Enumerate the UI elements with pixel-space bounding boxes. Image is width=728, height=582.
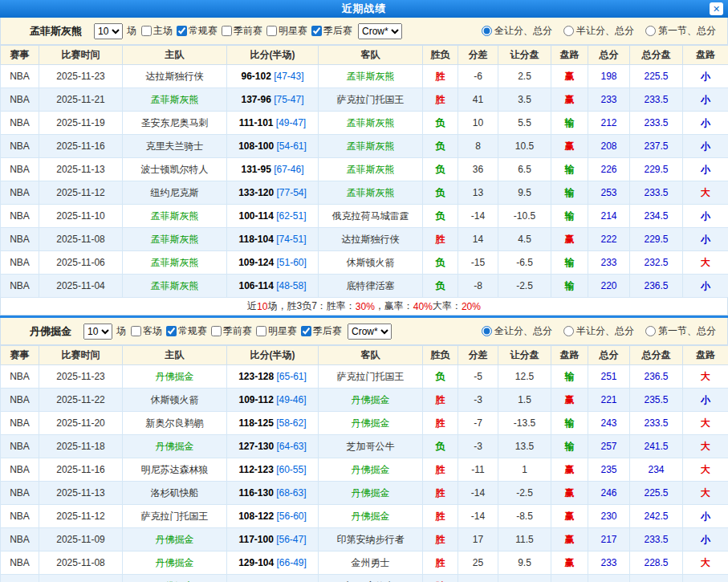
filter-checkbox-4[interactable]: 季后赛 bbox=[299, 324, 342, 338]
bookmaker-select[interactable]: Crow* bbox=[358, 23, 402, 39]
filter-bar: 丹佛掘金 10 场 客场常规赛季前赛明星赛季后赛 Crow* 全让分、总分半让分… bbox=[0, 318, 728, 345]
checkbox-input[interactable] bbox=[311, 26, 322, 36]
game-row: NBA2025-11-12纽约尼克斯133-120 [77-54]孟菲斯灰熊负1… bbox=[1, 181, 728, 205]
odds-scope-radio-2[interactable]: 第一节、总分 bbox=[645, 24, 716, 38]
half-score: [48-58] bbox=[274, 280, 307, 291]
table-header-row: 赛事比赛时间主队比分(半场)客队胜负分差让分盘盘路总分总分盘盘路 bbox=[1, 46, 728, 65]
checkbox-input[interactable] bbox=[177, 26, 187, 36]
full-score: 137-96 bbox=[241, 94, 270, 105]
radio-input[interactable] bbox=[645, 326, 656, 336]
filter-checkbox-1[interactable]: 常规赛 bbox=[174, 24, 218, 38]
dialog-title: 近期战绩 bbox=[342, 2, 387, 16]
summary-text: 40% bbox=[413, 301, 433, 312]
filter-checkbox-4[interactable]: 季后赛 bbox=[309, 24, 352, 38]
checkbox-input[interactable] bbox=[222, 26, 232, 36]
half-score: [75-47] bbox=[271, 94, 304, 105]
checkbox-label: 季前赛 bbox=[223, 324, 252, 338]
filter-checkbox-2[interactable]: 季前赛 bbox=[209, 324, 252, 338]
total-line-cell: 233.5 bbox=[630, 412, 683, 435]
checkbox-input[interactable] bbox=[166, 326, 177, 336]
date-cell: 2025-11-08 bbox=[39, 228, 123, 251]
over-under-cell: 大 bbox=[683, 458, 728, 482]
date-cell: 2025-11-13 bbox=[39, 158, 123, 181]
full-score: 117-100 bbox=[238, 534, 273, 545]
checkbox-input[interactable] bbox=[131, 326, 141, 336]
filter-checkbox-0[interactable]: 主场 bbox=[139, 24, 173, 38]
radio-input[interactable] bbox=[563, 26, 574, 36]
games-count-select[interactable]: 10 bbox=[83, 324, 112, 340]
odds-scope-radio-0[interactable]: 全让分、总分 bbox=[482, 24, 552, 38]
handicap-result-cell: 输 bbox=[551, 251, 588, 275]
score-cell: 106-114 [48-58] bbox=[227, 275, 319, 298]
radio-input[interactable] bbox=[482, 26, 492, 36]
point-diff-cell: 25 bbox=[458, 551, 498, 575]
date-cell: 2025-11-21 bbox=[39, 88, 123, 112]
away-team-cell: 俄克拉荷马城雷霆 bbox=[319, 205, 423, 228]
score-cell: 122-112 [68-60] bbox=[227, 575, 319, 582]
checkbox-input[interactable] bbox=[266, 26, 277, 36]
full-score: 111-101 bbox=[239, 117, 274, 128]
away-team-cell: 丹佛掘金 bbox=[319, 389, 423, 412]
filter-checkbox-1[interactable]: 常规赛 bbox=[164, 324, 207, 338]
filter-checkbox-3[interactable]: 明星赛 bbox=[254, 324, 297, 338]
point-diff-cell: -6 bbox=[458, 65, 498, 88]
league-cell: NBA bbox=[1, 412, 39, 435]
away-team-cell: 底特律活塞 bbox=[319, 275, 423, 298]
full-score: 100-114 bbox=[238, 210, 273, 222]
summary-text: 10 bbox=[257, 301, 267, 312]
games-count-select[interactable]: 10 bbox=[94, 23, 123, 39]
handicap-result-cell: 赢 bbox=[551, 88, 588, 112]
win-loss-cell: 负 bbox=[423, 112, 458, 135]
game-row: NBA2025-11-21孟菲斯灰熊137-96 [75-47]萨克拉门托国王胜… bbox=[1, 88, 728, 112]
column-header: 总分 bbox=[588, 46, 630, 65]
over-under-cell: 小 bbox=[683, 228, 728, 251]
handicap-line-cell: 1.5 bbox=[498, 389, 551, 412]
away-team-cell: 萨克拉门托国王 bbox=[319, 88, 423, 112]
full-score: 127-130 bbox=[238, 441, 274, 452]
win-loss-cell: 胜 bbox=[423, 551, 458, 575]
radio-input[interactable] bbox=[482, 326, 492, 336]
date-cell: 2025-11-23 bbox=[39, 365, 123, 389]
checkbox-input[interactable] bbox=[211, 326, 222, 336]
away-team-cell: 休斯顿火箭 bbox=[319, 251, 423, 275]
checkbox-input[interactable] bbox=[301, 326, 311, 336]
total-points-cell: 246 bbox=[588, 482, 630, 505]
radio-input[interactable] bbox=[645, 26, 656, 36]
bookmaker-select[interactable]: Crow* bbox=[348, 324, 392, 340]
radio-input[interactable] bbox=[563, 326, 574, 336]
close-button[interactable]: ✕ bbox=[710, 2, 723, 15]
column-header: 盘路 bbox=[551, 46, 588, 65]
checkbox-label: 常规赛 bbox=[189, 24, 218, 38]
game-row: NBA2025-11-13洛杉矶快船116-130 [68-63]丹佛掘金胜-1… bbox=[1, 482, 728, 505]
point-diff-cell: 10 bbox=[458, 575, 498, 582]
handicap-result-cell: 输 bbox=[551, 435, 588, 458]
odds-scope-radio-1[interactable]: 半让分、总分 bbox=[563, 324, 634, 338]
radio-label: 半让分、总分 bbox=[576, 24, 634, 38]
results-table: 赛事比赛时间主队比分(半场)客队胜负分差让分盘盘路总分总分盘盘路 NBA2025… bbox=[0, 345, 728, 582]
half-score: [74-51] bbox=[274, 234, 307, 245]
filter-checkbox-3[interactable]: 明星赛 bbox=[264, 24, 307, 38]
odds-scope-radio-0[interactable]: 全让分、总分 bbox=[482, 324, 552, 338]
score-cell: 131-95 [67-46] bbox=[227, 158, 319, 181]
score-cell: 116-130 [68-63] bbox=[227, 482, 319, 505]
game-row: NBA2025-11-12萨克拉门托国王108-122 [56-60]丹佛掘金胜… bbox=[1, 505, 728, 528]
score-cell: 96-102 [47-43] bbox=[227, 65, 319, 88]
handicap-line-cell: 4.5 bbox=[498, 228, 551, 251]
checkbox-input[interactable] bbox=[141, 26, 152, 36]
point-diff-cell: -7 bbox=[458, 412, 498, 435]
filter-checkbox-0[interactable]: 客场 bbox=[128, 324, 162, 338]
over-under-cell: 小 bbox=[683, 505, 728, 528]
point-diff-cell: 10 bbox=[458, 112, 498, 135]
league-cell: NBA bbox=[1, 458, 39, 482]
handicap-line-cell: 2.5 bbox=[498, 65, 551, 88]
point-diff-cell: -11 bbox=[458, 458, 498, 482]
odds-scope-radio-1[interactable]: 半让分、总分 bbox=[563, 24, 634, 38]
half-score: [65-61] bbox=[274, 371, 307, 382]
home-team-cell: 萨克拉门托国王 bbox=[123, 505, 227, 528]
checkbox-input[interactable] bbox=[256, 326, 266, 336]
handicap-line-cell: -10.5 bbox=[498, 205, 551, 228]
filter-checkbox-2[interactable]: 季前赛 bbox=[219, 24, 262, 38]
game-row: NBA2025-11-13波士顿凯尔特人131-95 [67-46]孟菲斯灰熊负… bbox=[1, 158, 728, 181]
odds-scope-radio-2[interactable]: 第一节、总分 bbox=[645, 324, 716, 338]
score-cell: 109-112 [49-46] bbox=[227, 389, 319, 412]
